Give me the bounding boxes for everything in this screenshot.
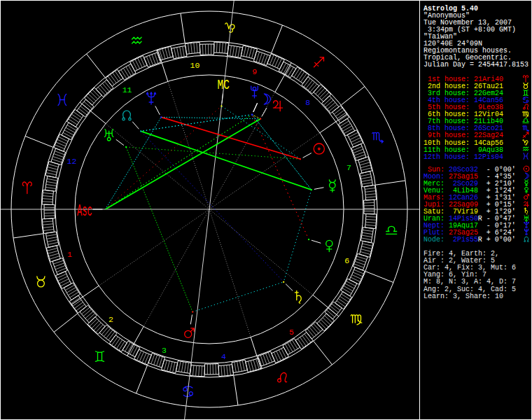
svg-text:2: 2 [108, 315, 113, 324]
svg-text:7: 7 [346, 163, 351, 172]
svg-text:12: 12 [66, 157, 76, 166]
svg-text:6: 6 [344, 256, 349, 265]
svg-text:+ 0°00': + 0°00' [486, 236, 516, 244]
svg-text:5: 5 [289, 328, 294, 337]
svg-text:11: 11 [122, 85, 132, 94]
svg-text:9: 9 [252, 67, 257, 76]
svg-text:Learn: 3, Share: 10: Learn: 3, Share: 10 [424, 293, 503, 300]
svg-text:12th house: 12Pis04: 12th house: 12Pis04 [424, 153, 503, 161]
svg-text:MC: MC [218, 77, 230, 93]
svg-text:R: R [478, 236, 482, 244]
svg-text:2Pis55: 2Pis55 [449, 236, 478, 244]
svg-text:R: R [478, 215, 482, 223]
svg-text:4: 4 [221, 352, 226, 361]
svg-text:Node:: Node: [424, 236, 444, 244]
svg-text:8: 8 [305, 98, 310, 107]
svg-text:1: 1 [67, 250, 72, 259]
svg-text:3: 3 [162, 346, 167, 355]
svg-text:Asc: Asc [77, 201, 92, 220]
svg-text:10: 10 [190, 61, 200, 70]
svg-text:Julian Day = 2454417.8153: Julian Day = 2454417.8153 [424, 61, 528, 69]
